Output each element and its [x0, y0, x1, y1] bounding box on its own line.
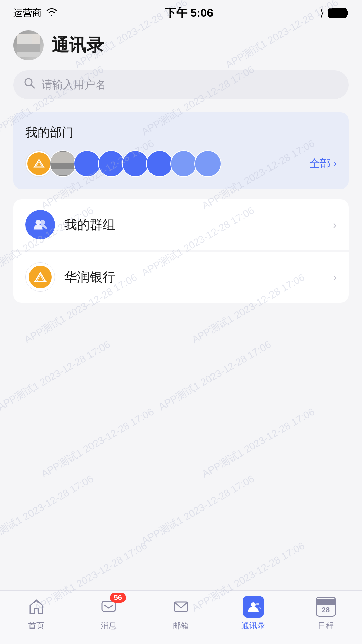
calendar-number: 28 [322, 606, 330, 614]
user-avatar[interactable] [13, 30, 44, 60]
nav-item-contacts[interactable]: 通讯录 [217, 596, 290, 631]
svg-line-8 [31, 85, 34, 88]
calendar-icon-inner: 28 [316, 597, 336, 617]
svg-rect-5 [17, 52, 40, 57]
nav-icon-schedule-wrapper: 28 [315, 596, 337, 618]
bottom-nav: 首页 56 消息 邮箱 [0, 590, 362, 644]
status-left: 运营商 [13, 7, 58, 19]
huarun-bank-label: 华润银行 [64, 269, 323, 286]
nav-item-home[interactable]: 首页 [0, 596, 72, 631]
member-avatar[interactable] [50, 150, 76, 177]
svg-rect-6 [18, 35, 32, 44]
department-card: 我的部门 [13, 112, 349, 189]
nav-label-contacts: 通讯录 [241, 620, 265, 631]
svg-point-13 [36, 220, 41, 225]
mailbox-icon [170, 596, 192, 618]
svg-rect-11 [51, 163, 75, 169]
svg-point-19 [256, 603, 259, 605]
list-chevron-icon-2: › [333, 271, 337, 283]
contacts-icon [243, 596, 264, 618]
nav-icon-mailbox-wrapper [170, 596, 192, 618]
wifi-icon [46, 7, 58, 19]
location-icon: ⟩ [320, 8, 324, 19]
home-icon [25, 596, 47, 618]
search-input-placeholder: 请输入用户名 [42, 77, 106, 92]
schedule-icon: 28 [315, 596, 337, 618]
department-members-list [25, 150, 219, 177]
svg-point-18 [251, 602, 256, 607]
search-bar[interactable]: 请输入用户名 [13, 70, 349, 99]
svg-rect-16 [102, 601, 115, 611]
svg-rect-12 [51, 169, 75, 175]
calendar-header [317, 599, 335, 605]
nav-label-home: 首页 [28, 620, 44, 631]
nav-icon-home-wrapper [25, 596, 47, 618]
member-avatar[interactable] [98, 150, 125, 177]
svg-rect-10 [51, 152, 75, 163]
list-item-huarun-bank[interactable]: 华润银行 › [13, 252, 349, 303]
member-avatar[interactable] [170, 150, 197, 177]
status-bar: 运营商 下午 5:06 ⟩ [0, 0, 362, 23]
list-section: 我的群组 › 华润银行 › [13, 199, 349, 303]
messages-badge: 56 [110, 593, 126, 603]
search-icon [23, 77, 36, 92]
search-container: 请输入用户名 [0, 67, 362, 106]
svg-marker-15 [30, 600, 42, 613]
status-time: 下午 5:06 [165, 5, 214, 21]
chevron-right-icon: › [334, 158, 337, 169]
svg-point-14 [40, 220, 45, 225]
status-right: ⟩ [320, 8, 349, 19]
svg-rect-4 [17, 44, 40, 52]
page-header: 通讯录 [0, 23, 362, 67]
view-all-button[interactable]: 全部 › [309, 156, 337, 171]
member-avatar[interactable] [122, 150, 149, 177]
nav-icon-messages-wrapper: 56 [98, 596, 119, 618]
nav-label-schedule: 日程 [318, 620, 334, 631]
huarun-bank-icon [25, 262, 55, 292]
member-avatar[interactable] [25, 150, 52, 177]
main-content: 我的部门 [0, 106, 362, 309]
nav-item-mailbox[interactable]: 邮箱 [145, 596, 217, 631]
my-groups-icon [25, 210, 55, 239]
nav-item-schedule[interactable]: 28 日程 [290, 596, 362, 631]
svg-rect-1 [346, 11, 348, 15]
list-item-my-groups[interactable]: 我的群组 › [13, 199, 349, 250]
svg-rect-0 [329, 9, 346, 17]
department-title: 我的部门 [25, 124, 337, 141]
my-groups-label: 我的群组 [64, 216, 323, 233]
page-title: 通讯录 [52, 34, 104, 57]
department-row: 全部 › [25, 150, 337, 177]
carrier-label: 运营商 [13, 7, 42, 19]
list-chevron-icon: › [333, 219, 337, 231]
member-avatar[interactable] [194, 150, 221, 177]
battery-icon [328, 8, 349, 18]
nav-label-messages: 消息 [101, 620, 117, 631]
nav-icon-contacts-wrapper [243, 596, 264, 618]
nav-item-messages[interactable]: 56 消息 [72, 596, 145, 631]
view-all-label: 全部 [309, 156, 331, 171]
member-avatar[interactable] [146, 150, 173, 177]
member-avatar[interactable] [74, 150, 101, 177]
nav-label-mailbox: 邮箱 [173, 620, 189, 631]
